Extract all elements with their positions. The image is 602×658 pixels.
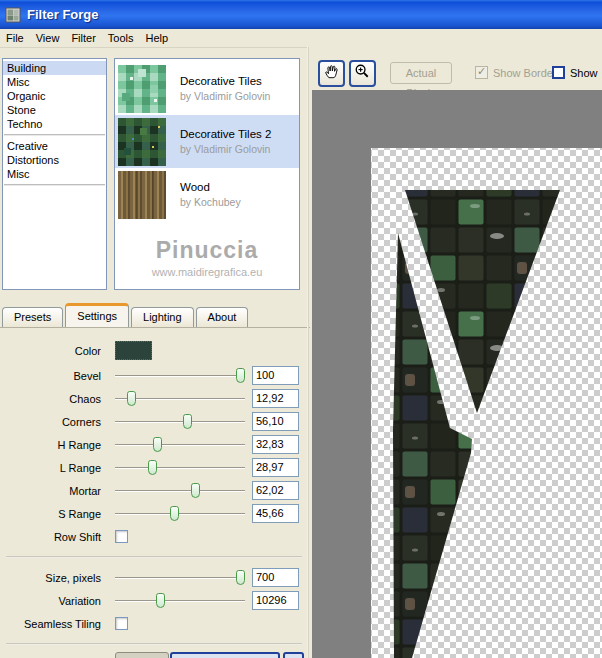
corners-slider[interactable] [115,413,245,430]
filter-list: Decorative Tiles by Vladimir Golovin Dec… [114,58,300,290]
bottom-button-2[interactable] [170,652,280,658]
slider-thumb[interactable] [148,460,157,475]
menu-filter[interactable]: Filter [65,31,101,45]
row-shift-checkbox[interactable] [115,530,128,543]
corners-row: Corners 56,10 [0,410,308,433]
color-swatch[interactable] [115,341,152,360]
l-range-value[interactable]: 28,97 [252,458,299,477]
menu-help[interactable]: Help [140,31,175,45]
watermark: Pinuccia www.maidiregrafica.eu [115,237,299,278]
filter-name: Decorative Tiles [180,75,270,87]
s-range-value[interactable]: 45,66 [252,504,299,523]
variation-label: Variation [0,595,108,607]
category-item-techno[interactable]: Techno [3,117,106,131]
bottom-button-1[interactable] [115,652,169,658]
l-range-row: L Range 28,97 [0,456,308,479]
seamless-tiling-checkbox[interactable] [115,617,128,630]
tab-divider [0,327,310,328]
mortar-label: Mortar [0,485,108,497]
slider-thumb[interactable] [236,368,245,383]
hand-tool-button[interactable] [318,60,345,87]
seamless-tiling-label: Seamless Tiling [0,618,108,630]
filter-author: by Kochubey [180,196,241,208]
bevel-value[interactable]: 100 [252,366,299,385]
size-pixels-value[interactable]: 700 [252,568,299,587]
variation-slider[interactable] [115,592,245,609]
tab-about[interactable]: About [196,307,249,327]
slider-thumb[interactable] [191,483,200,498]
bevel-label: Bevel [0,370,108,382]
settings-separator [6,643,302,645]
menu-tools[interactable]: Tools [102,31,140,45]
settings-separator [6,556,302,558]
slider-thumb[interactable] [236,570,245,585]
menubar: File View Filter Tools Help [0,29,602,48]
watermark-title: Pinuccia [115,237,299,264]
panel-splitter[interactable] [307,47,309,658]
zoom-in-icon [353,62,372,85]
corners-value[interactable]: 56,10 [252,412,299,431]
chaos-slider[interactable] [115,390,245,407]
category-item-creative[interactable]: Creative [3,139,106,153]
chaos-value[interactable]: 12,92 [252,389,299,408]
slider-thumb[interactable] [183,414,192,429]
h-range-row: H Range 32,83 [0,433,308,456]
tab-settings[interactable]: Settings [65,303,129,327]
mortar-slider[interactable] [115,482,245,499]
category-item-stone[interactable]: Stone [3,103,106,117]
actual-pixels-button[interactable]: Actual Pixels [390,62,452,84]
corners-label: Corners [0,416,108,428]
color-row: Color [0,337,308,364]
s-range-label: S Range [0,508,108,520]
category-item-distortions[interactable]: Distortions [3,153,106,167]
titlebar[interactable]: Filter Forge [0,0,602,29]
s-range-slider[interactable] [115,505,245,522]
slider-thumb[interactable] [153,437,162,452]
bottom-button-3[interactable] [283,652,304,658]
size-pixels-row: Size, pixels 700 [0,566,308,589]
bevel-row: Bevel 100 [0,364,308,387]
settings-panel: Color Bevel 100 Chaos 12,92 Corners 56,1… [0,330,308,653]
show-checkbox[interactable] [552,66,565,79]
h-range-value[interactable]: 32,83 [252,435,299,454]
l-range-label: L Range [0,462,108,474]
zoom-tool-button[interactable] [349,60,376,87]
filter-row-decorative-tiles[interactable]: Decorative Tiles by Vladimir Golovin [115,62,299,115]
category-separator [4,134,105,136]
size-pixels-label: Size, pixels [0,572,108,584]
menu-view[interactable]: View [30,31,66,45]
preview-area[interactable] [312,90,602,658]
tab-lighting[interactable]: Lighting [131,307,194,327]
watermark-url: www.maidiregrafica.eu [115,266,299,278]
preview-toolbar: Actual Pixels Show Border Show [309,47,602,90]
category-item-misc2[interactable]: Misc [3,167,106,181]
row-shift-label: Row Shift [0,531,108,543]
size-pixels-slider[interactable] [115,569,245,586]
tab-presets[interactable]: Presets [2,307,63,327]
slider-thumb[interactable] [127,391,136,406]
filter-author: by Vladimir Golovin [180,143,271,155]
bevel-slider[interactable] [115,367,245,384]
chaos-label: Chaos [0,393,108,405]
category-item-organic[interactable]: Organic [3,89,106,103]
category-item-misc[interactable]: Misc [3,75,106,89]
filter-row-wood[interactable]: Wood by Kochubey [115,168,299,221]
preview-canvas[interactable] [312,90,602,658]
mortar-value[interactable]: 62,02 [252,481,299,500]
show-border-checkbox[interactable] [475,66,488,79]
hand-icon [322,62,341,85]
slider-thumb[interactable] [170,506,179,521]
category-list: Building Misc Organic Stone Techno Creat… [2,58,107,290]
category-separator [4,184,105,186]
h-range-slider[interactable] [115,436,245,453]
filter-row-decorative-tiles-2[interactable]: Decorative Tiles 2 by Vladimir Golovin [115,115,299,168]
slider-thumb[interactable] [156,593,165,608]
filter-name: Decorative Tiles 2 [180,128,271,140]
mortar-row: Mortar 62,02 [0,479,308,502]
l-range-slider[interactable] [115,459,245,476]
variation-value[interactable]: 10296 [252,591,299,610]
menu-file[interactable]: File [0,31,30,45]
show-label: Show [570,67,598,79]
window-title: Filter Forge [27,7,99,22]
category-item-building[interactable]: Building [3,61,106,75]
